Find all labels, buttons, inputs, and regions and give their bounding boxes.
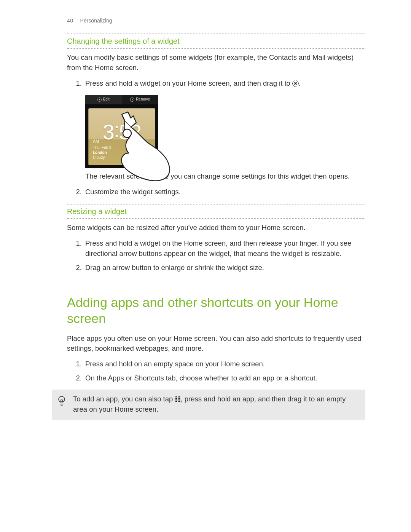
clock-condition: Cloudy [93, 155, 111, 160]
step-text: Press and hold a widget on your Home scr… [85, 79, 292, 87]
remove-drop-target: Remove [122, 95, 159, 104]
step-text: Press and hold a widget on the Home scre… [85, 239, 351, 257]
svg-rect-8 [175, 398, 176, 399]
step-text: Press and hold on an empty space on your… [85, 360, 265, 368]
gear-icon [292, 80, 299, 90]
section-name: Personalizing [80, 17, 112, 24]
close-mini-icon [130, 97, 134, 102]
step-item: Press and hold on an empty space on your… [84, 359, 365, 369]
svg-rect-14 [178, 399, 179, 401]
clock-hour: 3 [102, 120, 113, 144]
step-text: On the Apps or Shortcuts tab, choose whe… [85, 374, 317, 382]
remove-label: Remove [136, 97, 150, 102]
svg-rect-18 [178, 401, 179, 402]
drag-widget-illustration: Edit Remove 3:52 AM Thu, Feb 9 [85, 95, 175, 168]
intro-paragraph: Some widgets can be resized after you've… [67, 223, 365, 233]
svg-rect-5 [176, 396, 177, 398]
svg-rect-10 [178, 398, 179, 399]
clock-colon: : [114, 114, 119, 145]
clock-date: Thu, Feb 9 [93, 145, 111, 150]
clock-info: Thu, Feb 9 London Cloudy [93, 145, 111, 160]
edit-label: Edit [103, 97, 110, 102]
svg-rect-4 [175, 396, 176, 398]
step-item: Drag an arrow button to enlarge or shrin… [84, 263, 365, 273]
svg-point-2 [295, 83, 296, 84]
steps-list: Press and hold a widget on your Home scr… [67, 78, 365, 197]
clock-widget: 3:52 AM Thu, Feb 9 London Cloudy [88, 108, 155, 165]
intro-paragraph: You can modify basic settings of some wi… [67, 53, 365, 73]
edit-drop-target: Edit [85, 95, 122, 104]
step-text: Drag an arrow button to enlarge or shrin… [85, 264, 264, 272]
clock-ampm: AM [93, 139, 99, 145]
tip-before: To add an app, you can also tap [73, 395, 175, 403]
step-continuation: The relevant screen where you can change… [85, 171, 365, 182]
lightbulb-icon [57, 394, 66, 406]
svg-rect-12 [175, 399, 176, 401]
subheading-resizing-widget: Resizing a widget [67, 204, 365, 219]
tip-text: To add an app, you can also tap , press … [73, 394, 358, 415]
tip-callout: To add an app, you can also tap , press … [52, 390, 365, 420]
steps-list: Press and hold on an empty space on your… [67, 359, 365, 383]
intro-paragraph: Place apps you often use on your Home sc… [67, 334, 365, 354]
svg-rect-13 [176, 399, 177, 401]
apps-grid-icon [175, 395, 180, 401]
phone-mockup: Edit Remove 3:52 AM Thu, Feb 9 [85, 95, 158, 168]
step-item: Customize the widget settings. [84, 187, 365, 197]
page-number: 40 [67, 17, 73, 24]
gear-mini-icon [97, 97, 102, 102]
svg-rect-6 [178, 396, 179, 398]
heading-adding-apps: Adding apps and other shortcuts on your … [67, 294, 365, 327]
step-text: Customize the widget settings. [85, 188, 181, 196]
phone-topbar: Edit Remove [85, 95, 158, 104]
svg-rect-16 [175, 401, 176, 402]
step-item: Press and hold a widget on the Home scre… [84, 238, 365, 259]
step-text-tail: . [299, 79, 301, 87]
clock-minute: 52 [119, 120, 141, 144]
clock-city: London [93, 150, 111, 155]
subheading-changing-settings: Changing the settings of a widget [67, 34, 365, 49]
step-item: On the Apps or Shortcuts tab, choose whe… [84, 373, 365, 383]
page: 40 Personalizing Changing the settings o… [0, 0, 411, 532]
svg-rect-17 [176, 401, 177, 402]
steps-list: Press and hold a widget on the Home scre… [67, 238, 365, 273]
svg-rect-9 [176, 398, 177, 399]
step-item: Press and hold a widget on your Home scr… [84, 78, 365, 182]
running-header: 40 Personalizing [67, 17, 365, 24]
